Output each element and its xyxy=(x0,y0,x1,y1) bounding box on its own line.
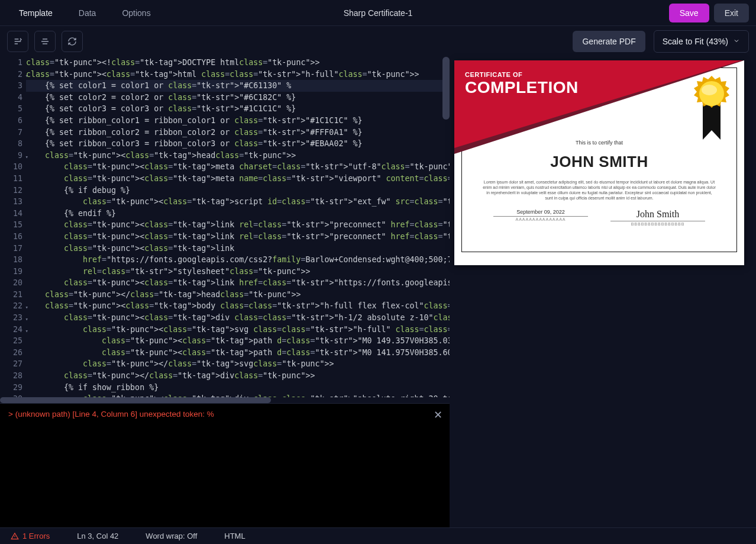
status-wrap[interactable]: Word wrap: Off xyxy=(146,532,197,540)
svg-point-1 xyxy=(702,85,717,95)
exit-button[interactable]: Exit xyxy=(714,4,749,22)
code-editor[interactable]: 12▾3456789▾10111213141516171819202122▾23… xyxy=(0,57,450,397)
horizontal-scrollbar[interactable] xyxy=(0,397,271,403)
status-cursor: Ln 3, Col 42 xyxy=(77,532,118,540)
preview-column: CERTIFICATE OF COMPLETION This is to cer… xyxy=(450,57,756,527)
top-tabs: Template Data Options xyxy=(7,2,163,24)
cert-of-label: CERTIFICATE OF xyxy=(465,71,579,78)
tab-template[interactable]: Template xyxy=(7,2,64,24)
close-icon[interactable]: ✕ xyxy=(434,408,442,421)
cert-lorem: Lorem ipsum dolor sit amet, consectetur … xyxy=(483,179,716,201)
signature-name-col: John Smith BBBBBBBBBBBBBBBB xyxy=(610,209,705,226)
sig-line-left: AAAAAAAAAAAAAAA xyxy=(493,216,588,221)
top-bar: Template Data Options Sharp Certificate-… xyxy=(0,0,756,26)
cert-title-block: CERTIFICATE OF COMPLETION xyxy=(465,71,579,97)
chevron-down-icon xyxy=(733,37,740,46)
sig-line-right: BBBBBBBBBBBBBBBB xyxy=(610,221,705,226)
save-button[interactable]: Save xyxy=(669,4,709,22)
tab-options[interactable]: Options xyxy=(110,2,162,24)
tab-data[interactable]: Data xyxy=(67,2,108,24)
cert-completion-label: COMPLETION xyxy=(465,78,579,97)
refresh-icon[interactable] xyxy=(62,31,83,52)
status-bar: 1 Errors Ln 3, Col 42 Word wrap: Off HTM… xyxy=(0,527,756,544)
error-panel: > (unknown path) [Line 4, Column 6] unex… xyxy=(0,403,450,527)
cert-certify-text: This is to certify that xyxy=(483,140,716,146)
signature-row: September 09, 2022 AAAAAAAAAAAAAAA John … xyxy=(483,209,716,226)
editor-column: 12▾3456789▾10111213141516171819202122▾23… xyxy=(0,57,450,527)
cert-body: This is to certify that JOHN SMITH Lorem… xyxy=(454,131,744,265)
status-errors[interactable]: 1 Errors xyxy=(11,532,50,540)
document-title: Sharp Certificate-1 xyxy=(344,8,413,18)
line-gutter: 12▾3456789▾10111213141516171819202122▾23… xyxy=(0,57,26,397)
align-icon[interactable] xyxy=(34,31,56,52)
signature-date-col: September 09, 2022 AAAAAAAAAAAAAAA xyxy=(493,209,588,226)
cert-date: September 09, 2022 xyxy=(493,209,588,215)
main-split: 12▾3456789▾10111213141516171819202122▾23… xyxy=(0,57,756,527)
status-lang: HTML xyxy=(224,532,245,540)
cert-signature: John Smith xyxy=(610,209,705,220)
format-icon[interactable] xyxy=(7,31,28,52)
warning-icon xyxy=(11,532,19,540)
toolbar: Generate PDF Scale to Fit (43%) xyxy=(0,26,756,57)
ribbon-icon xyxy=(692,73,731,147)
cert-name: JOHN SMITH xyxy=(483,153,716,171)
error-message: > (unknown path) [Line 4, Column 6] unex… xyxy=(8,410,214,419)
generate-pdf-button[interactable]: Generate PDF xyxy=(573,31,645,52)
zoom-dropdown[interactable]: Scale to Fit (43%) xyxy=(654,30,749,53)
zoom-label: Scale to Fit (43%) xyxy=(663,37,728,46)
preview-page: CERTIFICATE OF COMPLETION This is to cer… xyxy=(454,60,744,265)
code-content[interactable]: class="tk-punc"><!class="tk-tag">DOCTYPE… xyxy=(26,57,450,397)
horizontal-scrollbar-track xyxy=(0,397,450,403)
